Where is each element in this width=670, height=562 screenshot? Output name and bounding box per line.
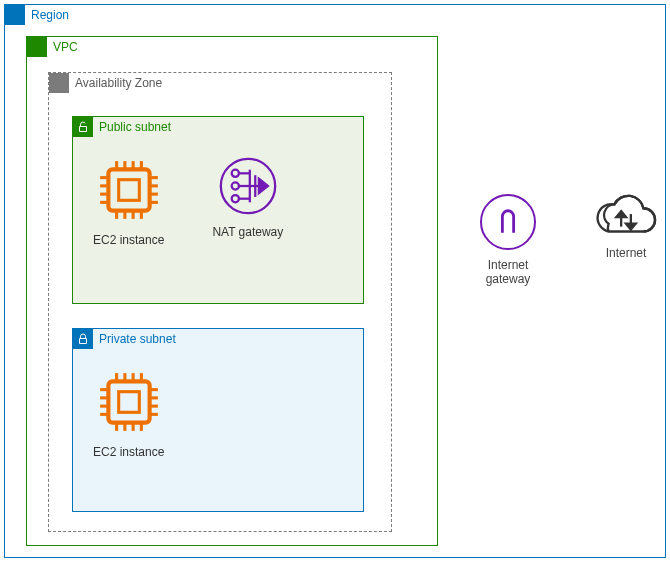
ec2-private-label: EC2 instance xyxy=(93,445,164,459)
lock-closed-icon xyxy=(73,329,93,349)
vpc-icon xyxy=(27,37,47,57)
private-subnet-container: Private subnet EC2 instance xyxy=(72,328,364,512)
region-icon xyxy=(5,5,25,25)
public-subnet-container: Public subnet EC2 instance xyxy=(72,116,364,304)
nat-gateway-label: NAT gateway xyxy=(212,225,283,239)
ec2-instance-icon xyxy=(96,369,162,435)
internet-label: Internet xyxy=(606,246,647,260)
ec2-public-resource: EC2 instance xyxy=(93,157,164,247)
public-subnet-label: Public subnet xyxy=(99,120,171,134)
vpc-label: VPC xyxy=(53,40,78,54)
ec2-private-resource: EC2 instance xyxy=(93,369,164,459)
svg-point-21 xyxy=(232,195,239,202)
internet-resource: Internet xyxy=(590,192,662,260)
private-subnet-label: Private subnet xyxy=(99,332,176,346)
svg-point-20 xyxy=(232,182,239,189)
svg-rect-28 xyxy=(118,392,139,413)
svg-rect-27 xyxy=(108,381,149,422)
region-label: Region xyxy=(31,8,69,22)
internet-gateway-icon xyxy=(480,194,536,250)
internet-gateway-resource: Internet gateway xyxy=(470,194,546,286)
internet-gateway-label: Internet gateway xyxy=(470,258,546,286)
public-subnet-header: Public subnet xyxy=(73,117,363,137)
cloud-icon xyxy=(595,192,657,240)
vpc-header: VPC xyxy=(27,37,437,57)
private-subnet-resources: EC2 instance xyxy=(73,349,363,459)
region-header: Region xyxy=(5,5,665,25)
ec2-instance-icon xyxy=(96,157,162,223)
private-subnet-header: Private subnet xyxy=(73,329,363,349)
svg-rect-0 xyxy=(108,169,149,210)
az-icon xyxy=(49,73,69,93)
nat-gateway-icon xyxy=(219,157,277,215)
public-subnet-resources: EC2 instance NAT gateway xyxy=(73,137,363,247)
az-header: Availability Zone xyxy=(49,73,391,93)
lock-open-icon xyxy=(73,117,93,137)
nat-gateway-resource: NAT gateway xyxy=(212,157,283,247)
ec2-public-label: EC2 instance xyxy=(93,233,164,247)
svg-rect-1 xyxy=(118,180,139,201)
svg-point-19 xyxy=(232,170,239,177)
architecture-canvas: Region VPC Availability Zone Public subn… xyxy=(4,4,666,558)
az-label: Availability Zone xyxy=(75,76,162,90)
